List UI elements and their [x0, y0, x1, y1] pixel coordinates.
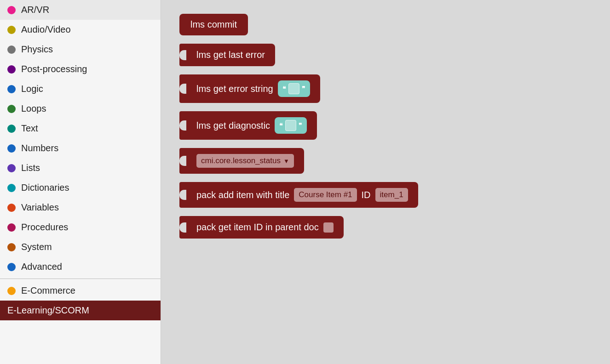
- lms-get-diagnostic-block[interactable]: lms get diagnostic❝❞: [179, 111, 317, 140]
- block-row-lms-get-error-string: lms get error string❝❞: [179, 74, 592, 103]
- sidebar-item-e-commerce[interactable]: E-Commerce: [0, 281, 161, 301]
- string-value-field[interactable]: [285, 120, 296, 131]
- sidebar-item-label: Advanced: [21, 262, 62, 272]
- dot-icon: [7, 125, 16, 133]
- sidebar-item-e-learning[interactable]: E-Learning/SCORM: [0, 301, 161, 320]
- pack-get-item-block[interactable]: pack get item ID in parent doc: [179, 216, 344, 239]
- sidebar-item-label: Loops: [21, 103, 46, 114]
- sidebar-item-numbers[interactable]: Numbers: [0, 138, 161, 158]
- left-notch-icon: [179, 216, 186, 239]
- sidebar-item-ar-vr[interactable]: AR/VR: [0, 0, 161, 20]
- sidebar-item-label: Physics: [21, 44, 53, 55]
- cmi-lesson-status-dropdown-label: cmi.core.lesson_status: [201, 156, 281, 165]
- sidebar-item-label: AR/VR: [21, 5, 49, 15]
- sidebar-item-audio-video[interactable]: Audio/Video: [0, 20, 161, 40]
- open-quote-icon: ❝: [279, 122, 283, 129]
- sidebar-item-label: Variables: [21, 202, 59, 213]
- sidebar-item-physics[interactable]: Physics: [0, 40, 161, 59]
- lms-get-error-string-body: lms get error string❝❞: [186, 74, 320, 103]
- dot-icon: [7, 85, 16, 93]
- dot-icon: [7, 263, 16, 271]
- sidebar-item-label: Dictionaries: [21, 182, 69, 193]
- left-notch-icon: [179, 111, 186, 140]
- block-row-pack-add-item: pack add item with titleCourse Item #1 I…: [179, 182, 592, 208]
- lms-get-diagnostic-body: lms get diagnostic❝❞: [186, 111, 317, 140]
- lms-commit-block[interactable]: lms commit: [179, 14, 248, 35]
- pack-get-item-value-field[interactable]: [323, 222, 334, 233]
- sidebar-item-lists[interactable]: Lists: [0, 158, 161, 178]
- lms-get-error-string-string-input[interactable]: ❝❞: [278, 80, 310, 97]
- sidebar-item-loops[interactable]: Loops: [0, 99, 161, 119]
- dot-icon: [7, 26, 16, 34]
- sidebar-item-label: Numbers: [21, 143, 58, 154]
- sidebar-item-label: Logic: [21, 84, 43, 94]
- lms-get-last-error-label: lms get last error: [196, 50, 265, 60]
- sidebar-item-label: E-Learning/SCORM: [7, 305, 89, 316]
- pack-add-item-label: pack add item with title: [196, 190, 289, 200]
- lms-get-error-string-label: lms get error string: [196, 84, 273, 94]
- sidebar-item-system[interactable]: System: [0, 237, 161, 257]
- block-row-cmi-lesson-status: cmi.core.lesson_status▼: [179, 148, 592, 174]
- sidebar-item-label: Procedures: [21, 222, 68, 233]
- sidebar-item-label: Lists: [21, 163, 40, 173]
- sidebar-item-label: Audio/Video: [21, 24, 71, 35]
- sidebar-item-post-processing[interactable]: Post-processing: [0, 59, 161, 79]
- main-content: lms commitlms get last errorlms get erro…: [161, 0, 610, 364]
- pack-add-item-id-input[interactable]: item_1: [375, 188, 408, 202]
- block-row-pack-get-item: pack get item ID in parent doc: [179, 216, 592, 239]
- sidebar-item-label: System: [21, 242, 52, 252]
- dot-icon: [7, 6, 16, 14]
- dot-icon: [7, 46, 16, 54]
- dot-icon: [7, 144, 16, 153]
- dot-icon: [7, 287, 16, 295]
- sidebar-item-label: Post-processing: [21, 64, 87, 74]
- dot-icon: [7, 164, 16, 172]
- sidebar-item-dictionaries[interactable]: Dictionaries: [0, 178, 161, 198]
- sidebar-item-logic[interactable]: Logic: [0, 79, 161, 99]
- dot-icon: [7, 223, 16, 232]
- lms-commit-label: lms commit: [190, 19, 237, 30]
- lms-get-diagnostic-string-input[interactable]: ❝❞: [275, 117, 307, 134]
- dot-icon: [7, 184, 16, 192]
- open-quote-icon: ❝: [282, 85, 286, 92]
- string-value-field[interactable]: [288, 83, 299, 94]
- block-row-lms-commit: lms commit: [179, 14, 592, 35]
- sidebar-item-variables[interactable]: Variables: [0, 198, 161, 217]
- pack-add-item-body: pack add item with titleCourse Item #1 I…: [186, 182, 418, 208]
- pack-add-item-title-input[interactable]: Course Item #1: [294, 188, 357, 202]
- lms-get-last-error-body: lms get last error: [186, 44, 275, 66]
- sidebar-item-label: Text: [21, 123, 38, 134]
- dropdown-arrow-icon: ▼: [283, 158, 289, 165]
- close-quote-icon: ❞: [302, 85, 305, 92]
- sidebar-item-advanced[interactable]: Advanced: [0, 257, 161, 277]
- sidebar-item-text[interactable]: Text: [0, 119, 161, 138]
- dot-icon: [7, 105, 16, 113]
- block-row-lms-get-last-error: lms get last error: [179, 44, 592, 66]
- pack-add-item-block[interactable]: pack add item with titleCourse Item #1 I…: [179, 182, 418, 208]
- sidebar: AR/VRAudio/VideoPhysicsPost-processingLo…: [0, 0, 161, 364]
- pack-add-item-id-label: ID: [362, 190, 371, 200]
- left-notch-icon: [179, 182, 186, 208]
- dot-icon: [7, 243, 16, 251]
- cmi-lesson-status-body: cmi.core.lesson_status▼: [186, 148, 304, 174]
- dot-icon: [7, 204, 16, 212]
- cmi-lesson-status-dropdown[interactable]: cmi.core.lesson_status▼: [196, 154, 294, 168]
- block-row-lms-get-diagnostic: lms get diagnostic❝❞: [179, 111, 592, 140]
- sidebar-item-label: E-Commerce: [21, 285, 75, 296]
- left-notch-icon: [179, 74, 186, 103]
- pack-get-item-label: pack get item ID in parent doc: [196, 222, 319, 233]
- close-quote-icon: ❞: [299, 122, 302, 129]
- lms-get-last-error-block[interactable]: lms get last error: [179, 44, 275, 66]
- lms-get-error-string-block[interactable]: lms get error string❝❞: [179, 74, 320, 103]
- sidebar-item-procedures[interactable]: Procedures: [0, 217, 161, 237]
- left-notch-icon: [179, 44, 186, 66]
- lms-get-diagnostic-label: lms get diagnostic: [196, 120, 270, 131]
- left-notch-icon: [179, 148, 186, 174]
- cmi-lesson-status-block[interactable]: cmi.core.lesson_status▼: [179, 148, 304, 174]
- dot-icon: [7, 65, 16, 74]
- pack-get-item-body: pack get item ID in parent doc: [186, 216, 344, 239]
